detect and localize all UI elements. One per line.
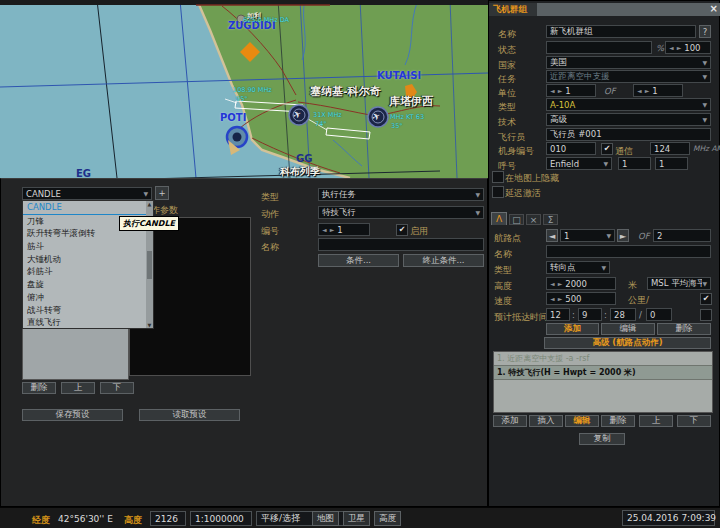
move-down-button[interactable]: 下 <box>100 382 134 394</box>
frequency-input[interactable]: 124 <box>650 142 690 155</box>
hidden-on-map-checkbox[interactable] <box>492 171 504 183</box>
altitude-stepper[interactable]: ◄ ► 2000 <box>546 277 616 290</box>
action-delete-button[interactable]: 删除 <box>601 415 635 427</box>
action-add-button[interactable]: 添加 <box>493 415 527 427</box>
scroll-up-icon[interactable]: ▲ <box>148 201 152 207</box>
country-value: 美国 <box>550 57 567 69</box>
waypoint-select[interactable]: 1 ▼ <box>560 229 615 242</box>
waypoint-actions-list[interactable]: 1. 近距离空中支援 -a -rsf 1. 特技飞行(H = Hwpt = 20… <box>493 351 713 413</box>
action-up-button[interactable]: 上 <box>639 415 673 427</box>
callsign-select[interactable]: Enfield ▼ <box>546 157 612 170</box>
aircraft-type-select[interactable]: A-10A ▼ <box>546 98 711 111</box>
spin-left-icon[interactable]: ◄ <box>637 87 642 94</box>
satellite-layer-button[interactable]: 卫星 <box>343 511 370 526</box>
tab-zone[interactable]: □ <box>509 214 524 225</box>
unit-count-stepper[interactable]: ◄ ► 1 <box>546 84 596 97</box>
comm-checkbox[interactable]: ✔ <box>601 143 613 155</box>
spin-left-icon[interactable]: ◄ <box>550 280 555 287</box>
altitude-layer-button[interactable]: 高度 <box>374 511 401 526</box>
speed-stepper[interactable]: ◄ ► 500 <box>546 292 616 305</box>
spin-left-icon[interactable]: ◄ <box>550 295 555 302</box>
skill-select[interactable]: 高级 ▼ <box>546 113 711 126</box>
altitude-unit-label: 米 <box>628 279 637 292</box>
map-viewport[interactable]: 如利 ZUGDIDI 625.0 MHz DA KUTAISI 塞纳基-科尔奇 … <box>0 0 488 178</box>
spin-right-icon[interactable]: ► <box>558 87 563 94</box>
waypoint-edit-button[interactable]: 编辑 <box>601 323 655 335</box>
add-maneuver-button[interactable]: + <box>155 186 169 200</box>
task-number-stepper[interactable]: ◄ ► 1 <box>318 223 370 236</box>
spin-right-icon[interactable]: ► <box>558 280 563 287</box>
spin-left-icon[interactable]: ◄ <box>669 44 674 51</box>
move-up-button[interactable]: 上 <box>61 382 95 394</box>
country-select[interactable]: 美国 ▼ <box>546 56 711 69</box>
delete-maneuver-button[interactable]: 删除 <box>22 382 56 394</box>
callsign-unit-number[interactable]: 1 <box>655 157 688 170</box>
advanced-actions-button[interactable]: 高级 (航路点动作) <box>544 337 711 349</box>
eta-hours-input[interactable]: 12 <box>546 308 570 321</box>
map-layer-button[interactable]: 地图 <box>312 511 339 526</box>
tab-summary[interactable]: Σ <box>543 214 558 225</box>
dropdown-option[interactable]: 直线飞行 <box>23 316 153 329</box>
condition-input[interactable] <box>546 41 652 54</box>
spin-right-icon[interactable]: ► <box>677 44 682 51</box>
speed-lock-checkbox[interactable]: ✔ <box>700 293 712 305</box>
unit-total-stepper[interactable]: ◄ ► 1 <box>633 84 683 97</box>
eta-label: 预计抵达时间 <box>494 311 548 324</box>
spin-left-icon[interactable]: ◄ <box>322 226 327 233</box>
dropdown-option[interactable]: 战斗转弯 <box>23 304 153 317</box>
waypoint-delete-button[interactable]: 删除 <box>657 323 711 335</box>
task-type-select[interactable]: 执行任务 ▼ <box>318 188 484 201</box>
task-name-input[interactable] <box>318 238 484 251</box>
save-preset-button[interactable]: 保存预设 <box>22 409 123 421</box>
list-item[interactable]: 1. 近距离空中支援 -a -rsf <box>494 352 712 365</box>
spin-left-icon[interactable]: ◄ <box>550 87 555 94</box>
action-edit-button[interactable]: 编辑 <box>565 415 599 427</box>
probability-stepper[interactable]: ◄ ► 100 <box>665 41 711 54</box>
scroll-down-icon[interactable]: ▼ <box>148 322 152 328</box>
terrain-altitude-value: 2126 <box>150 511 186 526</box>
dropdown-option[interactable]: 盘旋 <box>23 278 153 291</box>
pilot-name-input[interactable]: 飞行员 #001 <box>546 128 711 141</box>
waypoint-next-button[interactable]: ► <box>617 229 629 242</box>
close-icon[interactable]: × <box>710 3 718 14</box>
spin-right-icon[interactable]: ► <box>330 226 335 233</box>
scrollbar-thumb[interactable] <box>147 251 152 279</box>
eta-day-input[interactable]: 0 <box>646 308 672 321</box>
spin-right-icon[interactable]: ► <box>645 87 650 94</box>
tail-number-input[interactable]: 010 <box>546 142 596 155</box>
enable-checkbox[interactable]: ✔ <box>396 224 408 236</box>
dropdown-option[interactable]: 斜筋斗 <box>23 265 153 278</box>
tab-payload[interactable]: × <box>526 214 541 225</box>
late-activation-checkbox[interactable] <box>492 186 504 198</box>
waypoint-type-select[interactable]: 转向点 ▼ <box>546 261 610 274</box>
dropdown-option[interactable]: 筋斗 <box>23 240 153 253</box>
maneuver-select[interactable]: CANDLE ▼ <box>22 187 152 200</box>
dropdown-option[interactable]: CANDLE <box>23 201 153 215</box>
waypoint-prev-button[interactable]: ◄ <box>546 229 558 242</box>
eta-minutes-input[interactable]: 9 <box>578 308 602 321</box>
list-item-selected[interactable]: 1. 特技飞行(H = Hwpt = 2000 米) <box>494 365 712 380</box>
spin-right-icon[interactable]: ► <box>558 295 563 302</box>
action-insert-button[interactable]: 插入 <box>529 415 563 427</box>
stop-condition-button[interactable]: 终止条件... <box>403 254 484 267</box>
task-select[interactable]: 近距离空中支援 ▼ <box>546 70 711 83</box>
eta-seconds-input[interactable]: 28 <box>610 308 636 321</box>
action-down-button[interactable]: 下 <box>677 415 711 427</box>
waypoint-add-button[interactable]: 添加 <box>546 323 599 335</box>
dropdown-option[interactable]: 俯冲 <box>23 291 153 304</box>
altitude-ref-select[interactable]: MSL 平均海平面 ▼ <box>647 277 711 290</box>
longitude-label: 经度 <box>32 514 50 527</box>
action-copy-button[interactable]: 复制 <box>579 433 625 445</box>
eta-lock-checkbox[interactable] <box>700 309 712 321</box>
speed-label: 速度 <box>494 295 512 308</box>
condition-button[interactable]: 条件... <box>318 254 399 267</box>
load-preset-button[interactable]: 读取预设 <box>139 409 240 421</box>
group-name-input[interactable]: 新飞机群组 <box>546 25 696 38</box>
name-help-button[interactable]: ? <box>699 25 711 38</box>
panel-titlebar[interactable]: 飞机群组 × <box>489 3 720 16</box>
task-action-select[interactable]: 特技飞行 ▼ <box>318 206 484 219</box>
dropdown-option[interactable]: 大锤机动 <box>23 253 153 266</box>
callsign-flight-number[interactable]: 1 <box>618 157 651 170</box>
tab-route[interactable]: Λ <box>491 212 507 225</box>
waypoint-name-input[interactable] <box>546 245 711 258</box>
